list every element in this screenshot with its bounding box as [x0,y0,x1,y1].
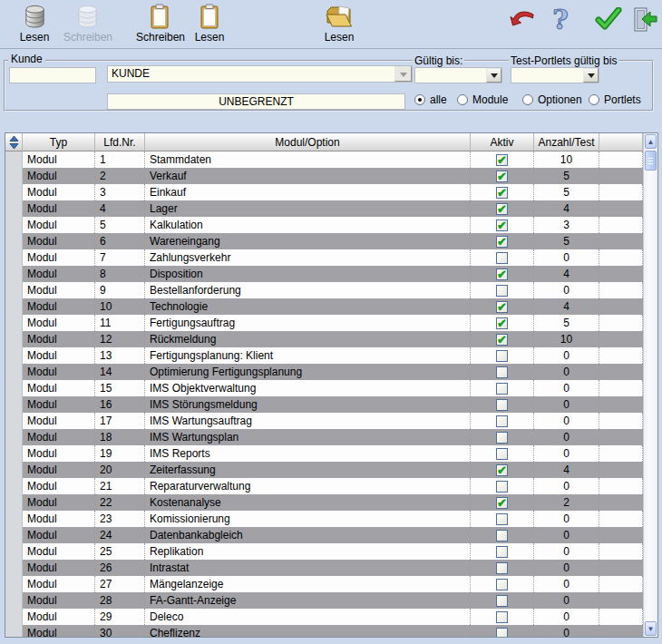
row-selector-cell[interactable] [5,429,23,445]
row-selector-cell[interactable] [5,233,23,249]
table-row[interactable]: Modul 30 Cheflizenz 0 [5,625,643,637]
row-selector-cell[interactable] [5,331,23,347]
table-row[interactable]: Modul 8 Disposition 4 [5,266,643,282]
table-row[interactable]: Modul 24 Datenbankabgleich 0 [5,527,643,543]
radio-alle[interactable]: alle [414,93,447,106]
table-row[interactable]: Modul 18 IMS Wartungsplan 0 [5,429,643,445]
header-typ[interactable]: Typ [23,133,95,151]
table-row[interactable]: Modul 10 Technologie 4 [5,298,643,315]
row-selector-cell[interactable] [5,478,23,494]
row-selector-cell[interactable] [5,494,23,511]
table-row[interactable]: Modul 13 Fertigungsplanung: Klient 0 [5,347,643,364]
test-portlets-dropdown-button[interactable] [583,68,599,83]
aktiv-checkbox[interactable] [496,432,508,444]
table-row[interactable]: Modul 20 Zeiterfassung 4 [5,462,643,478]
row-selector-cell[interactable] [5,249,23,266]
row-selector-cell[interactable] [5,592,23,609]
db-read-button[interactable]: Lesen [13,3,56,44]
table-row[interactable]: Modul 17 IMS Wartungsauftrag 0 [5,413,643,429]
kunde-combobox[interactable]: KUNDE [107,65,413,83]
row-selector-cell[interactable] [5,282,23,298]
table-row[interactable]: Modul 16 IMS Störungsmeldung 0 [5,396,643,413]
table-row[interactable]: Modul 29 Deleco 0 [5,609,643,625]
aktiv-checkbox[interactable] [496,334,508,346]
row-selector-cell[interactable] [5,266,23,282]
table-row[interactable]: Modul 23 Komissionierung 0 [5,511,643,527]
aktiv-checkbox[interactable] [496,399,508,411]
table-row[interactable]: Modul 14 Optimierung Fertigungsplanung 0 [5,364,643,380]
header-lfdnr[interactable]: Lfd.Nr. [95,133,145,151]
table-row[interactable]: Modul 11 Fertigungsauftrag 5 [5,315,643,331]
row-selector-cell[interactable] [5,184,23,200]
table-row[interactable]: Modul 27 Mängelanzeige 0 [5,576,643,592]
table-row[interactable]: Modul 2 Verkauf 5 [5,168,643,184]
aktiv-checkbox[interactable] [496,252,508,264]
row-selector-cell[interactable] [5,200,23,217]
table-row[interactable]: Modul 28 FA-Gantt-Anzeige 0 [5,592,643,609]
scroll-up-button[interactable]: ▲ [645,134,657,149]
aktiv-checkbox[interactable] [496,628,508,638]
aktiv-checkbox[interactable] [496,350,508,362]
limit-field[interactable]: UNBEGRENZT [107,93,405,110]
aktiv-checkbox[interactable] [496,171,508,182]
gueltig-bis-dropdown-button[interactable] [486,68,501,83]
radio-optionen[interactable]: Optionen [522,93,582,106]
aktiv-checkbox[interactable] [496,366,508,378]
row-selector-cell[interactable] [5,625,23,637]
aktiv-checkbox[interactable] [496,187,508,199]
aktiv-checkbox[interactable] [496,481,508,493]
table-row[interactable]: Modul 21 Reparaturverwaltung 0 [5,478,643,494]
table-row[interactable]: Modul 1 Stammdaten 10 [5,151,643,168]
row-selector-cell[interactable] [5,151,23,168]
radio-module[interactable]: Module [457,93,508,106]
table-row[interactable]: Modul 22 Kostenanalyse 2 [5,494,643,511]
table-row[interactable]: Modul 12 Rückmeldung 10 [5,331,643,347]
aktiv-checkbox[interactable] [496,530,508,542]
table-row[interactable]: Modul 15 IMS Objektverwaltung 0 [5,380,643,396]
header-anzahl-test[interactable]: Anzahl/Test [534,133,599,151]
row-selector-cell[interactable] [5,380,23,396]
table-row[interactable]: Modul 4 Lager 4 [5,200,643,217]
table-row[interactable]: Modul 19 IMS Reports 0 [5,445,643,462]
row-selector-cell[interactable] [5,462,23,478]
row-selector-cell[interactable] [5,543,23,560]
aktiv-checkbox[interactable] [496,579,508,590]
row-selector-cell[interactable] [5,511,23,527]
row-selector-cell[interactable] [5,527,23,543]
undo-button[interactable] [510,9,535,32]
row-selector-cell[interactable] [5,168,23,184]
table-row[interactable]: Modul 6 Wareneingang 5 [5,233,643,249]
vertical-scrollbar[interactable]: ▲ ▼ [643,133,657,637]
confirm-button[interactable] [595,7,622,34]
exit-button[interactable] [631,6,657,35]
folder-read-button[interactable]: Lesen [316,3,363,44]
table-row[interactable]: Modul 25 Replikation 0 [5,543,643,560]
table-row[interactable]: Modul 9 Bestellanforderung 0 [5,282,643,298]
kunde-input[interactable] [9,67,96,83]
scroll-down-button[interactable]: ▼ [645,621,657,636]
table-row[interactable]: Modul 5 Kalkulation 3 [5,217,643,233]
aktiv-checkbox[interactable] [496,236,508,248]
table-row[interactable]: Modul 7 Zahlungsverkehr 0 [5,249,643,266]
aktiv-checkbox[interactable] [496,415,508,427]
table-row[interactable]: Modul 3 Einkauf 5 [5,184,643,200]
row-selector-cell[interactable] [5,298,23,315]
help-button[interactable]: ? [550,5,571,37]
aktiv-checkbox[interactable] [496,497,508,509]
row-selector-cell[interactable] [5,347,23,364]
row-selector-cell[interactable] [5,364,23,380]
row-selector-cell[interactable] [5,576,23,592]
aktiv-checkbox[interactable] [496,268,508,280]
row-selector-cell[interactable] [5,560,23,576]
aktiv-checkbox[interactable] [496,220,508,231]
kunde-combo-dropdown-button[interactable] [394,66,412,82]
aktiv-checkbox[interactable] [496,513,508,525]
row-selector-cell[interactable] [5,217,23,233]
clipboard-read-button[interactable]: Lesen [188,3,231,44]
scrollbar-thumb[interactable] [645,151,657,171]
aktiv-checkbox[interactable] [496,203,508,215]
aktiv-checkbox[interactable] [496,611,508,623]
test-portlets-combobox[interactable] [511,67,599,83]
row-selector-cell[interactable] [5,396,23,413]
aktiv-checkbox[interactable] [496,562,508,574]
